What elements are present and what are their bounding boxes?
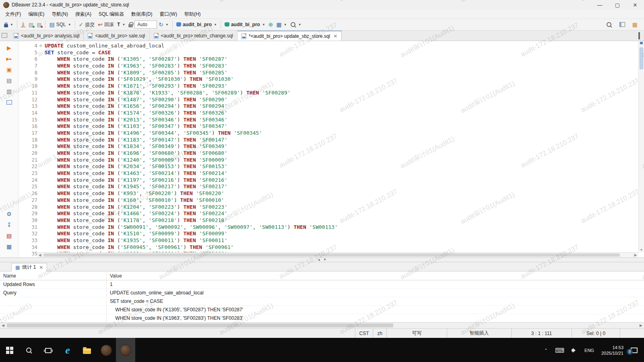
toolbar-search-button[interactable]: ▼ (289, 21, 303, 29)
editor-tab[interactable]: *<audit_bi_pro> update_sbz_store.sql✕ (237, 31, 342, 41)
panel-sash[interactable]: ▲ ▼ (0, 257, 644, 262)
code-line[interactable]: 22 WHEN store_code IN ('K2034', 'SF00153… (19, 163, 644, 170)
network-button[interactable]: ⊕ (267, 21, 275, 29)
export-result-button[interactable]: ↧ (6, 221, 13, 228)
results-horizontal-scrollbar[interactable]: ◀ ▶ (0, 322, 644, 328)
table-row[interactable]: Updated Rows1 (0, 280, 644, 289)
menu-item[interactable]: 导航(N) (48, 10, 72, 19)
column-header-name[interactable]: Name (0, 272, 107, 280)
open-console-button[interactable]: ›_ (6, 99, 13, 106)
code-line[interactable]: 30 WHEN store_code IN ('K1178', 'SF00218… (19, 217, 644, 224)
clock[interactable]: 14:53 2025/10/21 (598, 338, 627, 362)
save-as-button[interactable]: ▤ (27, 21, 35, 29)
code-line[interactable]: 10 WHEN store_code IN ('K1671', 'SF00293… (19, 83, 644, 90)
code-line[interactable]: 5SET store_code = CASE (19, 49, 644, 56)
code-line[interactable]: 14 WHEN store_code IN ('K1574', 'SF00326… (19, 110, 644, 117)
scroll-left-icon[interactable]: ◀ (0, 323, 6, 328)
vertical-scrollbar[interactable]: ▲ ▼ (638, 41, 644, 252)
quick-access-search-button[interactable] (605, 21, 614, 29)
status-segment[interactable]: CST (355, 329, 373, 338)
code-line[interactable]: 34 WHEN store_code IN ('SF00945', 'SF009… (19, 244, 644, 251)
hidden-icons-button[interactable]: ⌃ (541, 338, 551, 362)
execute-new-tab-button[interactable]: ▣ (6, 66, 13, 73)
code-line[interactable]: 7 WHEN store_code IN ('K1963', 'SF00283'… (19, 63, 644, 70)
sql-menu-button[interactable]: ▤SQL▼ (47, 21, 72, 29)
code-line[interactable]: 8 WHEN store_code IN ('K1809', 'SF00285'… (19, 70, 644, 76)
file-explorer-button[interactable] (77, 338, 97, 362)
code-line[interactable]: 6 WHEN store_code IN ('K1305', 'SF00287'… (19, 56, 644, 63)
table-row[interactable]: WHEN store_code IN ('K1963', 'SF00283') … (0, 314, 644, 322)
table-row[interactable]: QueryUPDATE custom_online_sale_abroad_lo… (0, 289, 644, 297)
internet-explorer-button[interactable]: e (58, 338, 77, 362)
execute-statement-button[interactable]: ▶ (6, 44, 13, 51)
column-header-value[interactable]: Value (107, 272, 122, 280)
status-segment[interactable]: Sel: 0 | 0 (572, 329, 620, 338)
schema-selector[interactable]: audit_bi_pro▼ (223, 21, 267, 29)
menu-item[interactable]: SQL 编辑器 (95, 10, 128, 19)
language-indicator[interactable]: ENG (581, 338, 598, 362)
code-line[interactable]: 9 WHEN store_code IN ('SF01029', 'SF0103… (19, 76, 644, 83)
refresh-button[interactable]: ↻▼ (157, 21, 170, 29)
fold-marker-icon[interactable]: ⊖ (39, 43, 45, 49)
scroll-left-icon[interactable]: ◀ (37, 253, 43, 257)
status-segment[interactable]: 3 : 1 : 111 (511, 329, 572, 338)
rollback-button[interactable]: ↩回滚 (96, 20, 116, 29)
save-button[interactable]: ⇓ (19, 21, 27, 29)
commit-mode-combo[interactable]: Auto (134, 21, 157, 29)
commit-button[interactable]: ✓提交 (77, 20, 97, 29)
dbeaver-perspective-button[interactable]: ▦ (631, 21, 639, 29)
code-line[interactable]: 19 WHEN store_code IN ('K1834', 'SF00349… (19, 143, 644, 150)
scroll-right-icon[interactable]: ▶ (633, 253, 638, 257)
code-line[interactable]: 18 WHEN store_code IN ('K1183', 'SF00147… (19, 137, 644, 144)
table-row[interactable]: WHEN store_code IN ('K1305', 'SF00287') … (0, 306, 644, 314)
start-button[interactable] (0, 338, 19, 362)
menu-item[interactable]: 帮助(H) (181, 10, 204, 19)
layout-button[interactable]: ▦▼ (275, 21, 289, 29)
open-perspective-button[interactable] (618, 21, 627, 28)
minimize-button[interactable]: — (591, 0, 609, 10)
code-line[interactable]: 15 WHEN store_code IN ('K2013', 'SF00346… (19, 117, 644, 123)
code-line[interactable]: 21 WHEN store_code IN ('K1240', 'SF00009… (19, 157, 644, 164)
code-line[interactable]: 26 WHEN store_code IN ('K993', 'SF00220'… (19, 190, 644, 197)
status-segment[interactable]: 智能插入 (447, 329, 511, 338)
statement-log-button[interactable]: ▥ (6, 88, 13, 95)
pinned-app-button[interactable] (97, 338, 116, 362)
status-segment[interactable]: zh (373, 329, 386, 338)
sql-editor[interactable]: 4⊖UPDATE custom_online_sale_abroad_local… (19, 41, 644, 257)
database-selector[interactable]: audit_bi_pro▼ (175, 21, 219, 29)
transaction-lock-button[interactable] (127, 21, 134, 29)
horizontal-scrollbar[interactable]: ◀ ▶ (37, 252, 638, 257)
code-line[interactable]: 11 WHEN store_code IN ('K1878', 'K1933',… (19, 90, 644, 97)
code-line[interactable]: 27 WHEN store_code IN ('K160', 'SF00010'… (19, 197, 644, 204)
touch-keyboard-button[interactable]: ⌨ (551, 338, 568, 362)
code-line[interactable]: 24 WHEN store_code IN ('K1197', 'SF00216… (19, 177, 644, 184)
dbeaver-taskbar-button[interactable] (116, 338, 135, 362)
code-line[interactable]: 31 WHEN store_code IN ('SW00091', 'SW000… (19, 224, 644, 231)
menu-item[interactable]: 窗口(W) (156, 10, 181, 19)
maximize-view-button[interactable] (638, 33, 640, 39)
code-line[interactable]: 25 WHEN store_code IN ('K1945', 'SF00217… (19, 183, 644, 190)
editor-tab[interactable]: <audit_bi_pro> sale.sql (84, 31, 149, 41)
editor-list-button[interactable] (0, 31, 10, 41)
close-script-button[interactable]: ▤ (35, 21, 43, 29)
new-connection-button[interactable]: ▼ (2, 21, 15, 29)
code-line[interactable]: 20 WHEN store_code IN ('K1696', 'SF00680… (19, 150, 644, 157)
scroll-right-icon[interactable]: ▶ (638, 323, 644, 328)
explain-plan-button[interactable]: ▤ (6, 77, 13, 84)
code-line[interactable]: 28 WHEN store_code IN ('K1204', 'SF00223… (19, 204, 644, 211)
code-line[interactable]: 4⊖UPDATE custom_online_sale_abroad_local (19, 43, 644, 49)
menu-item[interactable]: 编辑(E) (25, 10, 48, 19)
volume-button[interactable] (568, 338, 581, 362)
close-icon[interactable]: ✕ (333, 33, 337, 39)
menu-item[interactable]: 文件(F) (2, 10, 25, 19)
code-line[interactable]: 29 WHEN store_code IN ('K1466', 'SF00224… (19, 210, 644, 217)
code-line[interactable]: 32 WHEN store_code IN ('K1510', 'SF00099… (19, 230, 644, 237)
menu-item[interactable]: 搜索(A) (72, 10, 95, 19)
taskbar-search-button[interactable] (19, 338, 39, 362)
close-icon[interactable]: ✕ (39, 265, 43, 270)
sash-up-icon[interactable]: ▲ (318, 258, 321, 261)
code-line[interactable]: 12 WHEN store_code IN ('K1487', 'SF00290… (19, 97, 644, 103)
maximize-button[interactable]: ▢ (609, 0, 626, 10)
code-line[interactable]: 23 WHEN store_code IN ('K1463', 'SF00214… (19, 170, 644, 177)
code-line[interactable]: 16 WHEN store_code IN ('K1103', 'SF00347… (19, 123, 644, 130)
